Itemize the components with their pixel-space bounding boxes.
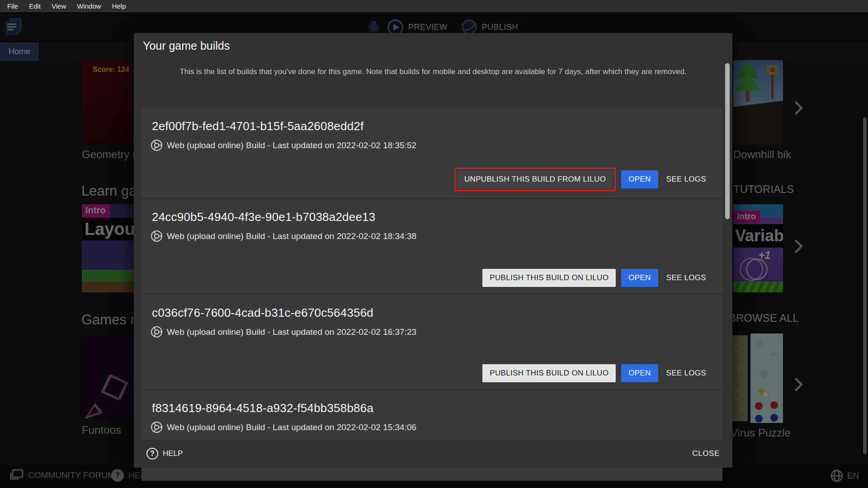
menu-view[interactable]: View bbox=[46, 2, 71, 10]
build-id: 24cc90b5-4940-4f3e-90e1-b7038a2dee13 bbox=[152, 210, 375, 224]
open-build-button[interactable]: OPEN bbox=[621, 364, 658, 382]
chrome-icon bbox=[151, 326, 163, 338]
open-build-button[interactable]: OPEN bbox=[621, 269, 658, 287]
close-button[interactable]: CLOSE bbox=[692, 449, 720, 458]
unpublish-build-button[interactable]: UNPUBLISH THIS BUILD FROM LILUO bbox=[457, 170, 613, 188]
build-info: Web (upload online) Build - Last updated… bbox=[167, 141, 416, 150]
chrome-icon bbox=[151, 139, 163, 151]
menu-file[interactable]: File bbox=[2, 2, 24, 10]
menu-bar: File Edit View Window Help bbox=[0, 0, 868, 12]
gdevelop-window: Home PREVIEW bbox=[0, 0, 868, 488]
build-info: Web (upload online) Build - Last updated… bbox=[167, 231, 416, 241]
build-row: 24cc90b5-4940-4f3e-90e1-b7038a2dee13 Web… bbox=[142, 199, 722, 293]
build-id: f8314619-8964-4518-a932-f54bb358b86a bbox=[152, 401, 373, 415]
publish-build-button[interactable]: PUBLISH THIS BUILD ON LILUO bbox=[482, 364, 616, 382]
menu-help[interactable]: Help bbox=[107, 2, 132, 10]
build-id: 2ef00f7b-fed1-4701-b15f-5aa2608edd2f bbox=[152, 119, 363, 133]
game-builds-dialog: Your game builds This is the list of bui… bbox=[134, 33, 732, 468]
chrome-icon bbox=[151, 230, 163, 242]
build-row: c036cf76-7600-4cad-b31c-e670c564356d Web… bbox=[142, 295, 722, 389]
menu-window[interactable]: Window bbox=[71, 2, 106, 10]
dialog-footer: ? HELP CLOSE bbox=[134, 440, 732, 468]
publish-build-button[interactable]: PUBLISH THIS BUILD ON LILUO bbox=[482, 269, 616, 287]
builds-list: 2ef00f7b-fed1-4701-b15f-5aa2608edd2f Web… bbox=[142, 108, 722, 483]
build-info: Web (upload online) Build - Last updated… bbox=[167, 327, 416, 337]
dialog-description: This is the list of builds that you've d… bbox=[162, 66, 704, 78]
open-build-button[interactable]: OPEN bbox=[621, 170, 658, 188]
see-logs-button[interactable]: SEE LOGS bbox=[664, 269, 709, 287]
help-circle-icon: ? bbox=[146, 448, 158, 460]
see-logs-button[interactable]: SEE LOGS bbox=[664, 364, 709, 382]
chrome-icon bbox=[151, 421, 163, 433]
menu-edit[interactable]: Edit bbox=[24, 2, 46, 10]
annotation-highlight: UNPUBLISH THIS BUILD FROM LILUO bbox=[454, 168, 616, 191]
dialog-scrollbar-thumb[interactable] bbox=[725, 63, 730, 219]
build-info: Web (upload online) Build - Last updated… bbox=[167, 422, 416, 432]
build-id: c036cf76-7600-4cad-b31c-e670c564356d bbox=[152, 306, 373, 320]
help-label: HELP bbox=[163, 449, 183, 458]
build-row: 2ef00f7b-fed1-4701-b15f-5aa2608edd2f Web… bbox=[142, 108, 722, 197]
see-logs-button[interactable]: SEE LOGS bbox=[664, 170, 709, 188]
dialog-title: Your game builds bbox=[143, 39, 230, 52]
help-button[interactable]: ? HELP bbox=[146, 448, 183, 460]
